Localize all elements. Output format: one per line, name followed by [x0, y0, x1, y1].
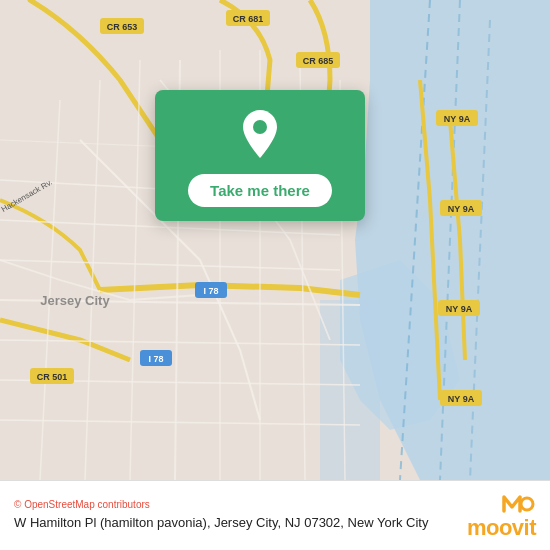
- svg-text:CR 653: CR 653: [107, 22, 138, 32]
- moovit-logo: moovit: [467, 491, 536, 541]
- svg-point-46: [253, 120, 267, 134]
- svg-text:CR 501: CR 501: [37, 372, 68, 382]
- map-container: CR 653 CR 681 CR 685 NY 9A NY 9A NY 9A N…: [0, 0, 550, 480]
- svg-text:NY 9A: NY 9A: [444, 114, 471, 124]
- take-me-there-button[interactable]: Take me there: [188, 174, 332, 207]
- address-text: W Hamilton Pl (hamilton pavonia), Jersey…: [14, 514, 453, 532]
- footer: © OpenStreetMap contributors W Hamilton …: [0, 480, 550, 550]
- navigation-card: Take me there: [155, 90, 365, 221]
- map-attribution: © OpenStreetMap contributors: [14, 499, 453, 510]
- footer-info: © OpenStreetMap contributors W Hamilton …: [14, 499, 453, 532]
- moovit-text: moovit: [467, 515, 536, 541]
- map-background: CR 653 CR 681 CR 685 NY 9A NY 9A NY 9A N…: [0, 0, 550, 480]
- svg-text:I 78: I 78: [203, 286, 218, 296]
- svg-text:NY 9A: NY 9A: [446, 304, 473, 314]
- svg-text:CR 681: CR 681: [233, 14, 264, 24]
- svg-point-47: [521, 498, 533, 510]
- moovit-m-icon: [500, 491, 536, 515]
- svg-text:Jersey City: Jersey City: [40, 293, 110, 308]
- svg-text:NY 9A: NY 9A: [448, 394, 475, 404]
- svg-rect-3: [320, 300, 380, 480]
- location-icon-wrapper: [234, 108, 286, 160]
- svg-text:I 78: I 78: [148, 354, 163, 364]
- location-pin-icon: [238, 108, 282, 160]
- svg-text:CR 685: CR 685: [303, 56, 334, 66]
- svg-text:NY 9A: NY 9A: [448, 204, 475, 214]
